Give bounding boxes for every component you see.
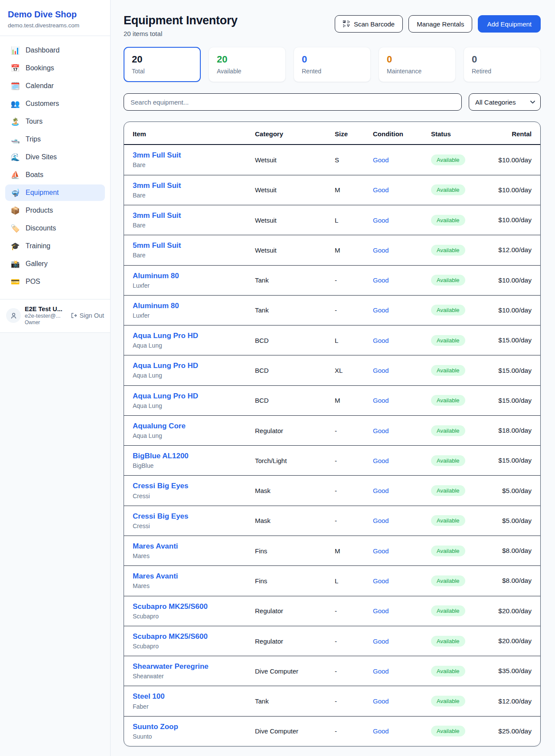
condition-link[interactable]: Good <box>373 247 429 254</box>
rental-cell: $15.00/day <box>496 336 532 344</box>
condition-link[interactable]: Good <box>373 397 429 404</box>
sidebar-item-dashboard[interactable]: 📊Dashboard <box>5 42 105 59</box>
item-link[interactable]: Aqualung Core <box>133 422 186 430</box>
search-input[interactable] <box>124 93 462 111</box>
dashboard-icon: 📊 <box>10 47 20 54</box>
stat-card-total[interactable]: 20Total <box>124 47 201 82</box>
item-link[interactable]: Mares Avanti <box>133 542 178 550</box>
condition-link[interactable]: Good <box>373 487 429 494</box>
condition-link[interactable]: Good <box>373 667 429 675</box>
sidebar-item-gallery[interactable]: 📸Gallery <box>5 256 105 272</box>
stat-card-maintenance[interactable]: 0Maintenance <box>379 47 456 82</box>
item-link[interactable]: Steel 100 <box>133 692 165 700</box>
status-badge: Available <box>431 395 465 406</box>
status-badge: Available <box>431 455 465 466</box>
scan-barcode-icon <box>343 20 350 27</box>
rental-cell: $12.00/day <box>496 246 532 254</box>
column-header-item: Item <box>133 130 253 138</box>
item-brand: Aqua Lung <box>133 371 253 379</box>
item-link[interactable]: 5mm Full Suit <box>133 241 181 250</box>
item-cell: Shearwater PeregrineShearwater <box>133 662 253 680</box>
item-link[interactable]: Scubapro MK25/S600 <box>133 632 208 641</box>
condition-link[interactable]: Good <box>373 367 429 374</box>
condition-link[interactable]: Good <box>373 156 429 164</box>
item-link[interactable]: 3mm Full Suit <box>133 181 181 190</box>
sidebar-item-equipment[interactable]: 🤿Equipment <box>5 184 105 201</box>
condition-link[interactable]: Good <box>373 217 429 224</box>
sidebar-item-training[interactable]: 🎓Training <box>5 238 105 254</box>
item-cell: Mares AvantiMares <box>133 542 253 560</box>
item-link[interactable]: 3mm Full Suit <box>133 151 181 159</box>
sidebar-item-discounts[interactable]: 🏷️Discounts <box>5 220 105 237</box>
condition-link[interactable]: Good <box>373 186 429 194</box>
condition-link[interactable]: Good <box>373 577 429 585</box>
item-link[interactable]: Aluminum 80 <box>133 272 179 280</box>
category-select[interactable]: All Categories <box>469 93 541 111</box>
condition-link[interactable]: Good <box>373 638 429 645</box>
sidebar-nav: 📊Dashboard📅Bookings🗓️Calendar👥Customers🏝… <box>0 36 110 299</box>
customers-icon: 👥 <box>10 100 20 108</box>
item-link[interactable]: Scubapro MK25/S600 <box>133 602 208 611</box>
sidebar-item-dive-sites[interactable]: 🌊Dive Sites <box>5 149 105 165</box>
table-row-grid: Aqua Lung Pro HDAqua LungBCDLGoodAvailab… <box>124 325 540 355</box>
sidebar-item-bookings[interactable]: 📅Bookings <box>5 60 105 76</box>
sidebar-item-pos[interactable]: 💳POS <box>5 273 105 290</box>
stat-card-available[interactable]: 20Available <box>209 47 286 82</box>
item-brand: Suunto <box>133 733 253 740</box>
status-badge: Available <box>431 605 465 616</box>
condition-link[interactable]: Good <box>373 306 429 314</box>
rental-cell: $5.00/day <box>496 487 532 495</box>
table-row-grid: 3mm Full SuitBareWetsuitLGoodAvailable$1… <box>124 205 540 235</box>
sidebar-item-trips[interactable]: 🛥️Trips <box>5 131 105 148</box>
table-row: Aluminum 80LuxferTank-GoodAvailable$10.0… <box>124 296 540 325</box>
item-link[interactable]: Aqua Lung Pro HD <box>133 332 198 340</box>
boats-icon: ⛵ <box>10 171 20 179</box>
category-cell: Regulator <box>255 607 333 615</box>
sidebar-item-customers[interactable]: 👥Customers <box>5 95 105 112</box>
item-link[interactable]: Mares Avanti <box>133 572 178 580</box>
sidebar-item-tours[interactable]: 🏝️Tours <box>5 113 105 130</box>
item-link[interactable]: Shearwater Peregrine <box>133 662 209 671</box>
category-cell: Torch/Light <box>255 457 333 464</box>
condition-link[interactable]: Good <box>373 727 429 735</box>
rental-cell: $20.00/day <box>496 607 532 615</box>
condition-link[interactable]: Good <box>373 427 429 434</box>
condition-link[interactable]: Good <box>373 337 429 344</box>
status-cell: Available <box>431 455 494 466</box>
item-link[interactable]: BigBlue AL1200 <box>133 452 189 460</box>
stat-value: 0 <box>302 54 362 65</box>
item-cell: Cressi Big EyesCressi <box>133 512 253 530</box>
condition-link[interactable]: Good <box>373 276 429 284</box>
condition-link[interactable]: Good <box>373 457 429 464</box>
user-email: e2e-tester@... <box>25 312 62 319</box>
stat-card-rented[interactable]: 0Rented <box>294 47 371 82</box>
condition-link[interactable]: Good <box>373 517 429 524</box>
scan-barcode-button[interactable]: Scan Barcode <box>335 15 403 33</box>
sign-out-button[interactable]: Sign Out <box>70 312 104 319</box>
category-cell: BCD <box>255 367 333 374</box>
item-link[interactable]: Aqua Lung Pro HD <box>133 362 198 370</box>
sidebar-item-label: POS <box>26 278 40 286</box>
item-link[interactable]: Aluminum 80 <box>133 302 179 310</box>
add-equipment-button[interactable]: Add Equipment <box>478 15 541 33</box>
item-link[interactable]: Cressi Big Eyes <box>133 482 189 490</box>
item-link[interactable]: Cressi Big Eyes <box>133 512 189 520</box>
category-cell: Wetsuit <box>255 217 333 224</box>
size-cell: - <box>335 638 371 645</box>
condition-link[interactable]: Good <box>373 697 429 705</box>
sidebar-item-products[interactable]: 📦Products <box>5 202 105 219</box>
products-icon: 📦 <box>10 207 20 214</box>
sidebar-item-calendar[interactable]: 🗓️Calendar <box>5 78 105 94</box>
item-link[interactable]: Suunto Zoop <box>133 723 178 731</box>
table-row: 3mm Full SuitBareWetsuitSGoodAvailable$1… <box>124 145 540 175</box>
item-link[interactable]: 3mm Full Suit <box>133 211 181 220</box>
table-row-grid: Aqualung CoreAqua LungRegulator-GoodAvai… <box>124 416 540 445</box>
condition-link[interactable]: Good <box>373 547 429 555</box>
condition-link[interactable]: Good <box>373 607 429 615</box>
sidebar-item-boats[interactable]: ⛵Boats <box>5 167 105 183</box>
item-link[interactable]: Aqua Lung Pro HD <box>133 392 198 400</box>
stat-card-retired[interactable]: 0Retired <box>464 47 541 82</box>
brand-name[interactable]: Demo Dive Shop <box>8 10 102 20</box>
manage-rentals-button[interactable]: Manage Rentals <box>408 15 472 33</box>
item-brand: Aqua Lung <box>133 432 253 440</box>
